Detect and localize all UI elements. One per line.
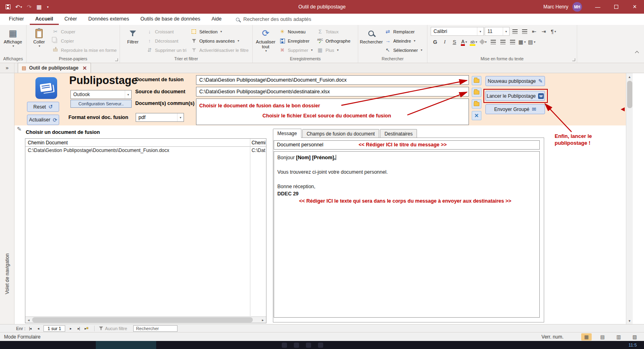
scroll-up-icon[interactable]: ▴ [626,73,633,80]
gridlines-button[interactable]: ▦▾ [518,37,526,46]
tab-donnees-externes[interactable]: Données externes [83,14,134,25]
datasheet-view-button[interactable]: ▤ [597,333,608,341]
list-item[interactable]: C:\Data\Gestion Publipostage\Documents\D… [25,147,266,154]
design-view-button[interactable]: ▨ [630,333,640,341]
font-name-combo[interactable]: Calibri▾ [431,27,484,36]
select-button[interactable]: ↖Sélectionner▾ [382,45,424,55]
minimize-button[interactable]: — [588,0,607,14]
more-records-button[interactable]: ▦Plus▾ [315,45,353,55]
tab-champs-fusion[interactable]: Champs de fusion du document [302,129,379,138]
underline-button[interactable]: S [450,37,459,46]
toggle-filter-button[interactable]: Activer/désactiver le filtre [188,45,250,55]
tab-outils-bdd[interactable]: Outils de base de données [135,14,206,25]
collapse-ribbon-icon[interactable] [635,51,639,55]
new-record-button[interactable]: ▸✱ [83,325,90,332]
form-view-button[interactable]: ▦ [581,333,592,341]
taskbar-icon[interactable] [306,343,311,348]
save-icon[interactable] [6,4,10,9]
taskbar-icon[interactable] [282,343,287,348]
new-record-button[interactable]: ✳Nouveau [277,27,315,36]
browse-fusion-button[interactable] [472,76,481,85]
dialog-launcher-icon[interactable] [115,58,118,61]
find-button[interactable]: Rechercher [360,26,382,44]
subject-input[interactable]: Document personnel << Rédiger ICI le tit… [274,140,540,150]
horizontal-scrollbar[interactable]: ◂ ▸ [25,316,266,323]
mail-provider-combo[interactable]: Outlook▾ [70,90,132,99]
replace-button[interactable]: ⇄Remplacer [382,27,424,36]
scroll-down-icon[interactable]: ▾ [626,317,633,324]
sort-descending-button[interactable]: ↑Décroissant [144,36,188,45]
previous-record-button[interactable]: ◂ [35,325,41,332]
tab-accueil[interactable]: Accueil [30,14,59,25]
navigation-pane-collapsed[interactable]: Volet de navigation [0,73,14,324]
bullets-button[interactable] [510,27,519,36]
alternate-row-color-button[interactable]: ▤▾ [527,37,536,46]
font-color-button[interactable]: A▾ [460,37,469,46]
avatar[interactable]: MH [572,2,582,12]
tab-fichier[interactable]: Fichier [3,14,30,25]
format-painter-button[interactable]: Reproduire la mise en forme [50,45,119,55]
taskbar-icon[interactable] [318,343,323,348]
source-doc-input[interactable]: C:\Data\Gestion Publipostage\Documents\d… [196,87,469,96]
server-config-button[interactable]: Configuration Serveur.. [70,100,132,108]
sort-ascending-button[interactable]: ↓Croissant [144,27,188,36]
send-group-button[interactable]: Envoyer Groupé✉ [485,104,545,114]
paste-button[interactable]: Coller ▾ [28,26,50,48]
next-record-button[interactable]: ▸ [67,325,74,332]
highlight-button[interactable]: ab▾ [469,37,478,46]
reset-button[interactable]: Reset↺ [27,102,59,112]
align-center-button[interactable] [498,37,507,46]
common-doc-input[interactable] [196,99,469,125]
text-direction-button[interactable]: ¶▾ [549,27,558,36]
tab-creer[interactable]: Créer [59,14,83,25]
last-record-button[interactable]: ▸| [75,325,82,332]
delete-record-button[interactable]: ✖Supprimer▾ [277,45,315,55]
format-combo[interactable]: pdf▾ [136,113,184,122]
font-size-combo[interactable]: 11▾ [485,27,510,36]
tab-aide[interactable]: Aide [206,14,227,25]
view-shortcut-icon[interactable]: ▦ [36,4,41,10]
view-button[interactable]: ▦ Affichage ▾ [2,26,24,48]
redo-icon[interactable]: ↷ [27,4,32,10]
maximize-button[interactable] [607,0,625,14]
decrease-indent-button[interactable]: ⇤ [530,27,539,36]
browse-common-button[interactable] [472,99,481,109]
numbering-button[interactable] [520,27,529,36]
close-tab-icon[interactable]: ✕ [83,65,87,71]
close-button[interactable]: × [625,0,644,14]
taskbar-icon[interactable] [294,343,299,348]
qat-customize-icon[interactable]: ▾ [47,5,49,9]
scrollbar-thumb[interactable] [627,81,632,108]
fusion-doc-input[interactable]: C:\Data\Gestion Publipostage\Documents\D… [196,75,469,85]
message-body-input[interactable]: Bonjour [Nom] [Prénom], Vous trouverez c… [274,151,540,318]
nav-pane-expand-button[interactable]: » [0,63,14,73]
goto-button[interactable]: →Atteindre▾ [382,36,424,45]
increase-indent-button[interactable]: ⇥ [539,27,548,36]
remove-sort-button[interactable]: ⇵Supprimer un tri [144,45,188,55]
dialog-launcher-icon[interactable] [572,58,575,61]
totals-button[interactable]: ΣTotaux [315,27,353,36]
fill-color-button[interactable]: ▾ [479,37,488,46]
refresh-button[interactable]: Actualiser⟳ [27,115,59,125]
cut-button[interactable]: ✂Couper [50,27,119,36]
taskbar-window-button[interactable] [96,341,156,349]
align-right-button[interactable] [508,37,517,46]
tell-me-search[interactable]: Rechercher des outils adaptés [236,16,311,22]
filter-status[interactable]: Aucun filtre [99,326,127,331]
first-record-button[interactable]: |◂ [27,325,33,332]
tab-message[interactable]: Message [273,129,301,138]
undo-icon[interactable]: ↶▾ [15,4,22,10]
scroll-right-icon[interactable]: ▸ [260,317,266,323]
bold-button[interactable]: G [431,37,440,46]
refresh-all-button[interactable]: ⟳ Actualiser tout ▾ [254,26,277,53]
browse-source-button[interactable] [472,88,481,97]
vertical-scrollbar[interactable]: ▴ ▾ [626,73,633,324]
tab-destinataires[interactable]: Destinataires [380,129,417,138]
document-tab[interactable]: ▤ Outil de publipostage ✕ [18,63,91,73]
user-name[interactable]: Marc Henry [543,4,568,10]
selection-filter-button[interactable]: Sélection▾ [188,27,250,36]
scroll-left-icon[interactable]: ◂ [25,317,32,323]
align-left-button[interactable] [489,37,497,46]
layout-view-button[interactable]: ▥ [613,333,624,341]
save-record-button[interactable]: Enregistrer [277,36,315,45]
